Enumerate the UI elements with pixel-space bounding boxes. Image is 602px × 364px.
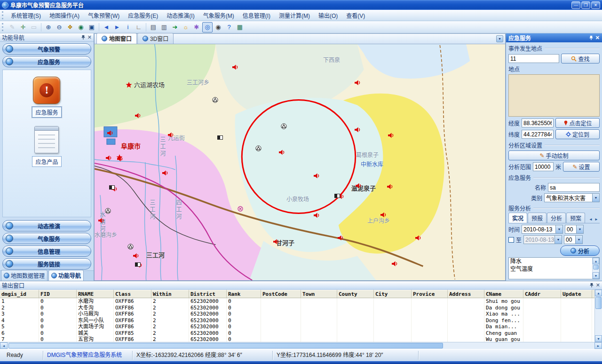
list-scrollbar[interactable]: ▲ ▼ [592,258,599,279]
nav-button-service-links[interactable]: 服务链接 [2,258,91,269]
column-header-cname[interactable]: CName [484,290,523,298]
column-header-rname[interactable]: RNAME [77,290,114,298]
select-tool-icon[interactable]: ✛ [18,22,28,32]
table-row[interactable]: 10水磨沟OXFF8626523020000Shui mo gou [0,298,594,305]
menu-weather-warning[interactable]: 气象预警(W) [84,9,124,21]
longitude-input[interactable] [522,119,554,127]
service-type-select[interactable]: 气象和洪水灾害 ▼ [544,193,600,202]
range-input[interactable] [533,162,554,171]
export-tool-icon[interactable]: ▦ [235,22,245,32]
start-date-select[interactable]: 2010-08-13 ▼ [522,225,563,234]
nav-button-dynamic-deduction[interactable]: 动态推演 [2,220,91,231]
dropdown-arrow-icon[interactable]: ▼ [555,225,562,233]
previous-view-tool-icon[interactable]: ◄ [101,22,111,32]
menu-system[interactable]: 系统管理(S) [7,9,45,21]
scroll-thumb[interactable] [8,343,443,348]
dropdown-arrow-icon[interactable]: ▼ [554,236,562,244]
nav-button-emergency-service[interactable]: 应急服务 [2,56,91,67]
nav-button-weather-warning[interactable]: 气象预警 [2,43,91,55]
analysis-tab-analysis[interactable]: 分析 [547,213,566,223]
next-view-tool-icon[interactable]: ► [112,22,122,32]
analysis-tab-scroll[interactable]: ◄ ► [588,217,600,223]
menu-emergency-service[interactable]: 应急服务(E) [124,9,162,21]
column-header-county[interactable]: County [337,290,374,298]
column-header-district[interactable]: District [189,290,227,298]
panel-tab-map-data-management[interactable]: 地图数据管理 [1,270,48,281]
close-icon[interactable]: ✕ [596,283,600,288]
analyze-button[interactable]: 分析 [560,245,600,256]
location-search-input[interactable] [508,54,559,63]
analysis-tab-live[interactable]: 实况 [508,213,527,223]
minimize-button[interactable]: — [571,1,580,9]
nav-button-weather-service[interactable]: 气象服务 [2,233,91,244]
scroll-up-icon[interactable]: ▲ [593,258,599,264]
menu-weather-service[interactable]: 气象服务(M) [199,9,238,21]
scroll-right-icon[interactable]: ► [594,342,602,349]
scroll-up-icon[interactable]: ▲ [595,290,602,296]
column-header-class[interactable]: Class [114,290,151,298]
menu-measure-calc[interactable]: 测量计算(M) [275,9,314,21]
dropdown-arrow-icon[interactable]: ▼ [575,236,582,244]
draw-tool-icon[interactable]: ✎ [7,22,17,32]
column-header-address[interactable]: Address [448,290,484,298]
table-row[interactable]: 60城关OXFF8526523020000Cheng guan [0,330,594,337]
menu-view[interactable]: 查看(V) [342,9,369,21]
end-time-checkbox[interactable] [508,237,514,243]
map-canvas[interactable]: 下西泉六运湖农场三工河乡九运街阜康市葛根泉子中新水库滋泥泉子小泉牧场上户沟乡甘河… [95,44,505,280]
manual-draw-button[interactable]: ✎ 手动绘制 [508,150,600,160]
search-button[interactable]: 查找 [561,54,600,63]
column-header-caddr[interactable]: CAddr [523,290,561,298]
nav-item-emergency-service[interactable]: !应急服务 [32,77,61,118]
help-tool-icon[interactable]: ? [224,22,234,32]
zoom-window-tool-icon[interactable]: ▣ [87,22,97,32]
settings-tool-icon[interactable]: ✱ [191,22,202,32]
window-list-dropdown-icon[interactable]: ▼ [496,35,503,42]
column-header-city[interactable]: City [374,290,412,298]
column-header-update[interactable]: Update [561,290,592,298]
dropdown-arrow-icon[interactable]: ▼ [592,194,599,202]
column-header-provice[interactable]: Provice [412,290,448,298]
marquee-tool-icon[interactable]: ▭ [29,22,39,32]
close-icon[interactable]: ✕ [87,35,92,40]
menu-map-ops[interactable]: 地图操作(A) [45,9,84,21]
table-row[interactable]: 40东风一小队OXFF8626523020000Dong fen... [0,317,594,324]
table-row[interactable]: 50大面场子沟OXFF8626523020000Da mian... [0,324,594,330]
map-tab-3d-window[interactable]: 3D窗口 [137,33,174,44]
scroll-track[interactable] [8,342,594,349]
scroll-left-icon[interactable]: ◄ [0,342,8,349]
column-header-town[interactable]: Town [301,290,337,298]
service-name-input[interactable] [548,183,600,192]
globe-service-tool-icon[interactable]: ◎ [202,22,213,32]
list-item[interactable]: 降水 [509,258,592,265]
dropdown-arrow-icon[interactable]: ▼ [576,225,583,233]
column-header-within[interactable]: Within [151,290,189,298]
lightbulb-tool-icon[interactable]: ☼ [181,22,191,32]
scroll-thumb[interactable] [593,265,599,269]
pin-icon[interactable] [81,35,86,40]
menu-info-management[interactable]: 信息管理(I) [238,9,275,21]
column-header-postcode[interactable]: PostCode [261,290,301,298]
pan-tool-icon[interactable]: ❖ [65,22,75,32]
layers-tool-icon[interactable]: ▤ [148,22,158,32]
scroll-track[interactable] [595,296,602,335]
place-list[interactable] [508,74,600,117]
latitude-input[interactable] [522,130,554,139]
column-header-rank[interactable]: Rank [227,290,261,298]
table-row[interactable]: 30小马厩沟OXFF8626523020000Xiao ma ... [0,311,594,317]
scroll-down-icon[interactable]: ▼ [595,335,602,342]
nav-item-emergency-product[interactable]: 应急产品 [32,126,61,167]
list-item[interactable]: 空气温度 [509,265,592,273]
zoom-out-tool-icon[interactable]: ⊖ [54,22,64,32]
end-date-select[interactable]: 2010-08-13 ▼ [523,235,562,244]
table-row[interactable]: 70五官沟OXFF8626523020000Wu guan gou [0,336,594,342]
end-hour-select[interactable]: 00 ▼ [564,235,583,244]
analysis-tab-forecast[interactable]: 预报 [528,213,547,223]
full-extent-tool-icon[interactable]: ◉ [76,22,86,32]
pin-icon[interactable] [589,35,594,40]
measure-tool-icon[interactable]: ∟ [134,22,144,32]
click-locate-button[interactable]: 点击定位 [555,118,600,128]
scroll-thumb[interactable] [595,297,602,309]
analysis-tab-plan[interactable]: 预案 [566,213,585,223]
menu-dynamic-deduction[interactable]: 动态推演(I) [162,9,198,21]
close-button[interactable]: ✕ [591,1,600,9]
